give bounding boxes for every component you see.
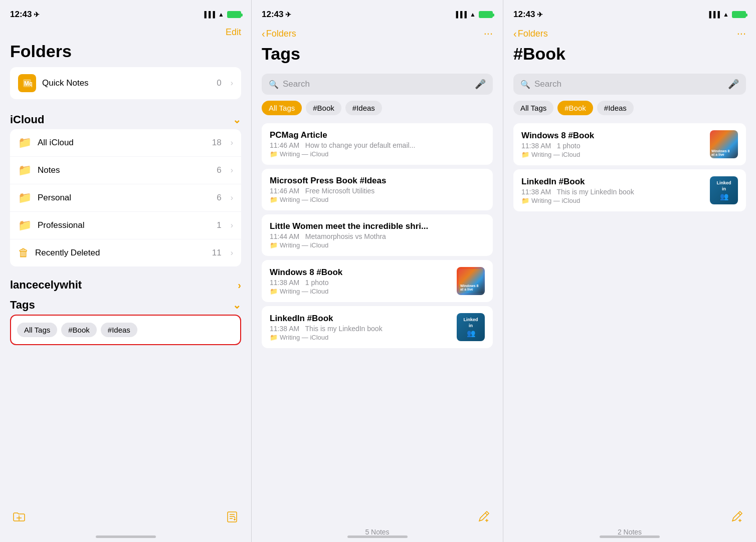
search-bar[interactable]: 🔍 Search 🎤 bbox=[513, 74, 746, 95]
edit-button[interactable]: Edit bbox=[226, 27, 241, 38]
tags-section-header: Tags ⌄ bbox=[0, 295, 251, 315]
folder-name: Recently Deleted bbox=[35, 248, 206, 258]
home-indicator bbox=[347, 535, 408, 538]
folders-panel: 12:43 ✈ ▐▐▐ ▲ Edit Folders Mq Quick Note… bbox=[0, 0, 252, 542]
search-icon: 🔍 bbox=[520, 80, 530, 89]
note-location: 📁 Writing — iCloud bbox=[521, 197, 704, 204]
status-bar: 12:43 ✈ ▐▐▐ ▲ bbox=[0, 0, 251, 25]
page-title: #Book bbox=[503, 44, 756, 70]
chevron-right-icon: › bbox=[231, 79, 233, 88]
folder-icon: 📁 bbox=[521, 197, 529, 204]
folder-icon: 📁 bbox=[270, 334, 278, 341]
note-item-little-women[interactable]: Little Women meet the incredible shri...… bbox=[262, 214, 493, 256]
book-nav-header: ‹ Folders ··· bbox=[503, 25, 756, 44]
back-label: Folders bbox=[266, 29, 296, 39]
note-meta: 11:46 AM How to change your default emai… bbox=[270, 141, 485, 149]
tag-chip-book[interactable]: #Book bbox=[61, 323, 97, 337]
tag-filter-row: All Tags #Book #Ideas bbox=[503, 101, 756, 123]
note-item-linkedin[interactable]: LinkedIn #Book 11:38 AM This is my Linke… bbox=[262, 306, 493, 348]
tags-panel: 12:43 ✈ ▐▐▐ ▲ ‹ Folders ··· Tags 🔍 Searc… bbox=[252, 0, 503, 542]
note-title: Windows 8 #Book bbox=[270, 267, 451, 278]
tag-chip-all-tags[interactable]: All Tags bbox=[513, 101, 553, 115]
page-title: Folders bbox=[0, 42, 251, 67]
new-note-button[interactable] bbox=[225, 510, 239, 527]
status-bar: 12:43 ✈ ▐▐▐ ▲ bbox=[252, 0, 503, 25]
wifi-icon: ▲ bbox=[470, 11, 476, 18]
folder-icon: 📁 bbox=[18, 219, 32, 232]
note-content: Little Women meet the incredible shri...… bbox=[270, 221, 485, 249]
svg-text:Mq: Mq bbox=[24, 80, 32, 87]
note-content: LinkedIn #Book 11:38 AM This is my Linke… bbox=[521, 177, 704, 204]
note-meta: 11:38 AM 1 photo bbox=[521, 142, 704, 150]
chevron-right-icon: › bbox=[231, 166, 233, 175]
new-folder-button[interactable] bbox=[12, 510, 26, 527]
folder-count: 6 bbox=[217, 165, 221, 175]
folder-item-recently-deleted[interactable]: 🗑 Recently Deleted 11 › bbox=[10, 239, 241, 266]
note-location: 📁 Writing — iCloud bbox=[270, 196, 485, 203]
book-panel: 12:43 ✈ ▐▐▐ ▲ ‹ Folders ··· #Book 🔍 Sear… bbox=[503, 0, 756, 542]
folder-icon: 📁 bbox=[270, 196, 278, 203]
more-options-button[interactable]: ··· bbox=[737, 27, 746, 40]
folder-item-professional[interactable]: 📁 Professional 1 › bbox=[10, 212, 241, 239]
note-meta: 11:38 AM This is my LinkedIn book bbox=[270, 325, 451, 333]
lancecelywhit-section[interactable]: lancecelywhit › bbox=[0, 275, 251, 295]
folder-item-allicloud[interactable]: 📁 All iCloud 18 › bbox=[10, 129, 241, 157]
back-button[interactable]: ‹ Folders bbox=[262, 28, 296, 40]
note-content: LinkedIn #Book 11:38 AM This is my Linke… bbox=[270, 314, 451, 341]
note-thumbnail: Linked in 👥 bbox=[457, 313, 485, 341]
location-arrow-icon: ✈ bbox=[34, 11, 40, 19]
note-title: Windows 8 #Book bbox=[521, 131, 704, 141]
status-icons: ▐▐▐ ▲ bbox=[707, 11, 746, 18]
trash-icon: 🗑 bbox=[18, 246, 29, 259]
note-item-windows8[interactable]: Windows 8 #Book 11:38 AM 1 photo 📁 Writi… bbox=[262, 260, 493, 302]
home-indicator bbox=[600, 535, 660, 538]
note-title: PCMag Article bbox=[270, 130, 485, 140]
note-location: 📁 Writing — iCloud bbox=[521, 151, 704, 158]
tag-chip-book[interactable]: #Book bbox=[306, 101, 341, 115]
note-location: 📁 Writing — iCloud bbox=[270, 334, 451, 341]
note-thumbnail: Windows 8at a live bbox=[457, 267, 485, 295]
status-time: 12:43 ✈ bbox=[10, 10, 40, 20]
note-item-pcmag[interactable]: PCMag Article 11:46 AM How to change you… bbox=[262, 123, 493, 165]
tag-chip-book[interactable]: #Book bbox=[557, 101, 593, 115]
tag-chip-all-tags[interactable]: All Tags bbox=[17, 323, 57, 337]
svg-rect-6 bbox=[485, 517, 490, 522]
quick-notes-row[interactable]: Mq Quick Notes 0 › bbox=[10, 67, 241, 99]
folder-icon: 📁 bbox=[270, 150, 278, 158]
note-item-windows8[interactable]: Windows 8 #Book 11:38 AM 1 photo 📁 Writi… bbox=[513, 123, 746, 165]
folder-icon: 📁 bbox=[270, 288, 278, 295]
status-time: 12:43 ✈ bbox=[262, 10, 291, 20]
search-placeholder: Search bbox=[283, 79, 471, 89]
quick-notes-icon: Mq bbox=[18, 74, 36, 92]
wifi-icon: ▲ bbox=[218, 11, 224, 18]
folder-count: 6 bbox=[217, 193, 221, 203]
tag-chip-all-tags[interactable]: All Tags bbox=[262, 101, 302, 115]
note-item-microsoft[interactable]: Microsoft Press Book #Ideas 11:46 AM Fre… bbox=[262, 169, 493, 210]
folder-icon: 📁 bbox=[18, 191, 32, 204]
tag-chip-ideas[interactable]: #Ideas bbox=[101, 323, 137, 337]
note-item-linkedin[interactable]: LinkedIn #Book 11:38 AM This is my Linke… bbox=[513, 169, 746, 211]
icloud-chevron-icon[interactable]: ⌄ bbox=[233, 114, 241, 126]
note-title: LinkedIn #Book bbox=[270, 314, 451, 324]
tag-chip-ideas[interactable]: #Ideas bbox=[597, 101, 634, 115]
folder-item-notes[interactable]: 📁 Notes 6 › bbox=[10, 157, 241, 184]
new-note-button[interactable] bbox=[730, 510, 744, 527]
folders-nav-header: Edit bbox=[0, 25, 251, 42]
icloud-section-header: iCloud ⌄ bbox=[0, 109, 251, 129]
tags-chevron-icon[interactable]: ⌄ bbox=[233, 299, 241, 311]
battery-icon bbox=[227, 11, 241, 18]
folder-item-personal[interactable]: 📁 Personal 6 › bbox=[10, 184, 241, 212]
home-indicator bbox=[96, 535, 156, 538]
search-bar[interactable]: 🔍 Search 🎤 bbox=[262, 74, 493, 95]
more-options-button[interactable]: ··· bbox=[484, 27, 493, 40]
tag-chip-ideas[interactable]: #Ideas bbox=[345, 101, 382, 115]
bottom-toolbar bbox=[503, 510, 756, 527]
new-note-button[interactable] bbox=[477, 510, 491, 527]
note-meta: 11:44 AM Metamorphosis vs Mothra bbox=[270, 232, 485, 240]
search-placeholder: Search bbox=[534, 79, 724, 89]
bottom-toolbar bbox=[252, 510, 503, 527]
mic-icon: 🎤 bbox=[728, 79, 739, 90]
back-button[interactable]: ‹ Folders bbox=[513, 28, 548, 40]
signal-icon: ▐▐▐ bbox=[707, 11, 720, 18]
location-arrow-icon: ✈ bbox=[285, 11, 291, 19]
